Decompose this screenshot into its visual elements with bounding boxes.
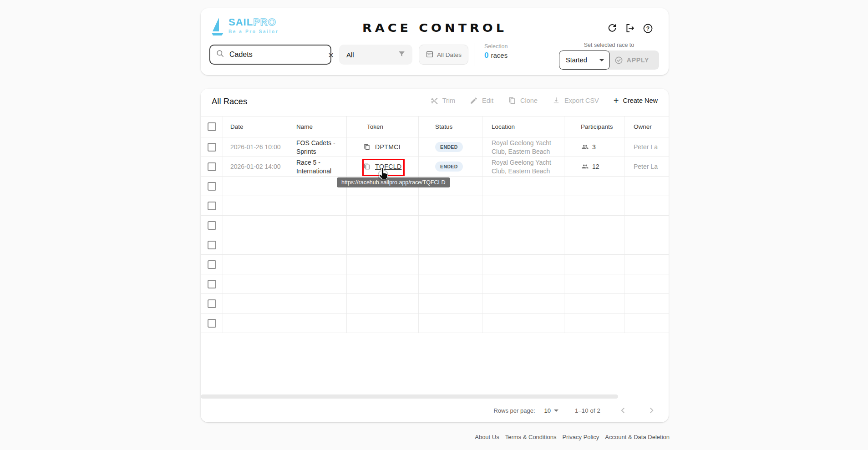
table-title: All Races: [212, 96, 247, 106]
chevron-down-icon: [554, 410, 558, 412]
chevron-down-icon: [599, 59, 604, 61]
column-header-owner[interactable]: Owner: [624, 116, 669, 137]
people-icon: [581, 143, 589, 151]
download-icon: [552, 96, 560, 105]
trim-button[interactable]: Trim: [430, 96, 455, 105]
people-icon: [581, 162, 589, 171]
empty-table-row: [201, 196, 669, 216]
row-checkbox[interactable]: [208, 319, 216, 328]
logout-icon[interactable]: [624, 23, 635, 34]
participants-count: 12: [592, 163, 599, 170]
cell-name: Race 5 - International Cadets: [296, 157, 346, 176]
row-checkbox[interactable]: [208, 221, 216, 230]
cell-owner: Peter La: [624, 157, 669, 176]
set-race-label: Set selected race to: [559, 42, 659, 48]
pencil-icon: [470, 96, 478, 105]
empty-table-row: [201, 274, 669, 294]
rows-per-page-select[interactable]: 10: [544, 407, 558, 414]
check-circle-icon: [614, 56, 623, 65]
create-new-button[interactable]: + Create New: [614, 96, 658, 105]
calendar-icon: [426, 50, 434, 60]
column-header-location[interactable]: Location: [482, 116, 564, 137]
column-header-name[interactable]: Name: [287, 116, 347, 137]
pagination-range: 1–10 of 2: [575, 407, 600, 414]
scissors-icon: [430, 96, 438, 105]
row-checkbox[interactable]: [208, 182, 216, 191]
export-csv-button[interactable]: Export CSV: [552, 96, 599, 105]
search-icon: [216, 49, 225, 60]
next-page-icon[interactable]: [646, 405, 657, 416]
clear-search-icon[interactable]: ×: [328, 50, 334, 60]
footer-link-terms[interactable]: Terms & Conditions: [505, 434, 557, 440]
help-icon[interactable]: ?: [642, 23, 653, 34]
row-checkbox[interactable]: [208, 143, 216, 152]
column-header-participants[interactable]: Participants: [564, 116, 624, 137]
table-row[interactable]: 2026-01-26 10:00 FOS Cadets - Sprints DP…: [201, 137, 669, 157]
refresh-icon[interactable]: [607, 23, 618, 34]
empty-table-row: [201, 235, 669, 255]
search-input-container: ×: [209, 45, 331, 65]
copy-icon: [508, 96, 516, 105]
row-checkbox[interactable]: [208, 241, 216, 249]
rows-per-page-label: Rows per page:: [493, 407, 535, 414]
column-header-date[interactable]: Date: [223, 116, 287, 137]
race-url-tooltip: https://racehub.sailpro.app/race/TQFCLD: [337, 177, 450, 187]
race-state-dropdown[interactable]: Started: [559, 51, 610, 70]
footer-link-privacy[interactable]: Privacy Policy: [562, 434, 599, 440]
races-table-card: All Races Trim Edit Clone: [201, 89, 669, 422]
empty-table-row: [201, 216, 669, 235]
column-header-token[interactable]: Token: [347, 116, 419, 137]
copy-token-icon[interactable]: [363, 143, 371, 151]
status-filter-dropdown[interactable]: All: [339, 45, 412, 65]
table-toolbar: Trim Edit Clone Export CS: [430, 96, 658, 105]
cell-owner: Peter La: [624, 137, 669, 157]
selection-summary: Selection 0races: [484, 43, 508, 60]
footer-link-account-deletion[interactable]: Account & Data Deletion: [605, 434, 670, 440]
cell-date: 2026-01-26 10:00: [223, 137, 287, 157]
races-table: Date Name Token Status Location Particip…: [201, 116, 669, 333]
participants-count: 3: [592, 143, 596, 151]
plus-icon: +: [614, 96, 619, 105]
set-race-group: Set selected race to APPLY Started: [559, 42, 659, 70]
selection-count: 0: [484, 51, 488, 60]
column-header-status[interactable]: Status: [419, 116, 482, 137]
header-card: SAILPRO Be a Pro Sailor RACE CONTROL: [201, 8, 669, 75]
previous-page-icon[interactable]: [618, 405, 629, 416]
filter-funnel-icon: [397, 50, 406, 60]
footer-link-about[interactable]: About Us: [475, 434, 499, 440]
status-badge: ENDED: [435, 142, 463, 152]
table-header-row: Date Name Token Status Location Particip…: [201, 116, 669, 137]
date-filter-button[interactable]: All Dates: [419, 45, 468, 65]
table-row[interactable]: 2026-01-02 14:00 Race 5 - International …: [201, 157, 669, 177]
clone-button[interactable]: Clone: [508, 96, 538, 105]
cell-location: Royal Geelong Yacht Club, Eastern Beach …: [492, 157, 564, 176]
token-value[interactable]: DPTMCL: [375, 143, 402, 151]
race-control-page: SAILPRO Be a Pro Sailor RACE CONTROL: [0, 0, 868, 450]
select-all-checkbox[interactable]: [208, 122, 216, 131]
cursor-pointer-icon: [376, 167, 391, 185]
row-checkbox[interactable]: [208, 162, 216, 171]
empty-table-row: [201, 294, 669, 313]
row-checkbox[interactable]: [208, 260, 216, 269]
empty-table-row: [201, 313, 669, 333]
cell-name: FOS Cadets - Sprints: [296, 137, 346, 156]
pagination: Rows per page: 10 1–10 of 2: [493, 404, 657, 416]
row-checkbox[interactable]: [208, 202, 216, 210]
row-checkbox[interactable]: [208, 299, 216, 308]
horizontal-scrollbar[interactable]: [201, 394, 618, 399]
search-input[interactable]: [229, 51, 324, 59]
edit-button[interactable]: Edit: [470, 96, 493, 105]
cell-location: Royal Geelong Yacht Club, Eastern Beach …: [492, 137, 564, 157]
cell-date: 2026-01-02 14:00: [223, 157, 287, 176]
row-checkbox[interactable]: [208, 280, 216, 288]
page-title: RACE CONTROL: [201, 21, 669, 35]
status-badge: ENDED: [435, 162, 463, 172]
divider: [474, 43, 474, 66]
empty-table-row: [201, 255, 669, 274]
apply-button[interactable]: APPLY: [604, 51, 659, 70]
footer-links: About Us Terms & Conditions Privacy Poli…: [475, 434, 670, 440]
svg-text:?: ?: [646, 25, 649, 31]
